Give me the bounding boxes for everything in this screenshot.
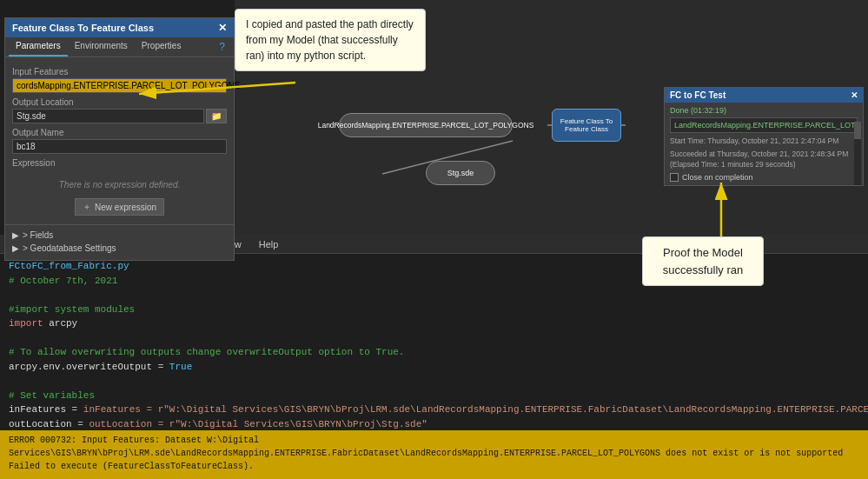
code-line-import-comment: #import system modules xyxy=(9,303,859,317)
panel-tabs: Parameters Environments Properties ? xyxy=(5,37,234,57)
out-location-value: outLocation = r"W:\Digital Services\GIS\… xyxy=(89,417,427,431)
overwrite-comment: # To allow overwriting outputs change ov… xyxy=(9,345,404,360)
import-comment: #import system modules xyxy=(9,303,135,317)
tab-environments[interactable]: Environments xyxy=(68,37,135,57)
vars-comment: # Set variables xyxy=(9,389,95,403)
output-name-label: Output Name xyxy=(12,128,227,137)
fc-test-title-bar: FC to FC Test ✕ xyxy=(665,88,863,103)
fc-node[interactable]: Feature Class To Feature Class xyxy=(552,109,621,142)
code-line-import: import arcpy xyxy=(9,316,859,331)
help-icon[interactable]: ? xyxy=(214,37,230,57)
fields-section[interactable]: ▶ > Fields xyxy=(12,229,227,242)
import-arcpy: arcpy xyxy=(49,316,77,331)
close-completion-checkbox[interactable] xyxy=(670,173,679,182)
right-annotation-balloon: Proof the Model successfully ran xyxy=(642,236,764,286)
new-expression-button[interactable]: ＋ New expression xyxy=(75,198,164,216)
date-comment: # October 7th, 2021 xyxy=(9,274,117,289)
error-bar: ERROR 000732: Input Features: Dataset W:… xyxy=(0,430,868,479)
tab-parameters[interactable]: Parameters xyxy=(9,37,68,57)
dialog-title: Feature Class To Feature Class xyxy=(12,23,154,33)
chevron-right-icon: ▶ xyxy=(12,230,19,240)
fc-scrollbar[interactable] xyxy=(854,122,861,185)
fc-test-title-text: FC to FC Test xyxy=(670,90,726,100)
output-name-field[interactable]: bc18 xyxy=(12,139,227,154)
output-location-field[interactable]: Stg.sde xyxy=(12,109,204,123)
top-annotation-balloon: I copied and pasted the path directly fr… xyxy=(235,9,426,71)
fc-test-close-icon[interactable]: ✕ xyxy=(851,90,858,100)
in-features-value: inFeatures = r"W:\Digital Services\GIS\B… xyxy=(83,402,868,417)
output-location-label: Output Location xyxy=(12,97,227,107)
panel-body: Input Features cordsMapping.ENTERPRISE.P… xyxy=(5,57,234,224)
error-line-2: Failed to execute (FeatureClassToFeature… xyxy=(9,460,859,473)
fc-start-time: Start Time: Thursday, October 21, 2021 2… xyxy=(670,136,858,147)
code-line-vars-comment: # Set variables xyxy=(9,389,859,403)
code-line-outlocation: outLocation = outLocation = r"W:\Digital… xyxy=(9,417,859,431)
menu-help[interactable]: Help xyxy=(256,238,282,250)
input-features-field[interactable]: cordsMapping.ENTERPRISE.PARCEL_LOT_POLYG… xyxy=(12,78,227,93)
code-line-infeatures: inFeatures = inFeatures = r"W:\Digital S… xyxy=(9,402,859,417)
fc-scrollbar-thumb[interactable] xyxy=(854,122,861,139)
code-line-blank xyxy=(9,288,859,303)
parcel-node[interactable]: LandRecordsMapping.ENTERPRISE.PARCEL_LOT… xyxy=(339,113,513,137)
feature-class-dialog: Feature Class To Feature Class ✕ Paramet… xyxy=(4,17,235,261)
expression-label: Expression xyxy=(12,158,227,168)
dialog-title-bar: Feature Class To Feature Class ✕ xyxy=(5,18,234,37)
close-completion-label: Close on completion xyxy=(682,173,753,182)
parcel-node-label: LandRecordsMapping.ENTERPRISE.PARCEL_LOT… xyxy=(318,121,534,130)
close-icon[interactable]: ✕ xyxy=(218,22,227,34)
expression-empty: There is no expression defined. xyxy=(12,175,227,195)
input-features-label: Input Features xyxy=(12,67,227,77)
fc-done-status: Done (01:32:19) xyxy=(670,106,858,115)
plus-icon: ＋ xyxy=(83,201,91,213)
code-line-overwrite: arcpy.env.overwriteOutput = True xyxy=(9,360,859,375)
fc-input-display: LandRecordsMapping.ENTERPRISE.PARCEL_LOT… xyxy=(670,117,858,133)
geodatabase-section[interactable]: ▶ > Geodatabase Settings xyxy=(12,242,227,255)
fc-node-label: Feature Class To Feature Class xyxy=(560,117,613,133)
fc-test-body: Done (01:32:19) LandRecordsMapping.ENTER… xyxy=(665,103,863,185)
chevron-right-icon-2: ▶ xyxy=(12,243,19,253)
code-line-overwrite-comment: # To allow overwriting outputs change ov… xyxy=(9,345,859,360)
stg-node-label: Stg.sde xyxy=(447,169,474,177)
fc-test-dialog: FC to FC Test ✕ Done (01:32:19) LandReco… xyxy=(664,87,864,186)
code-line-blank2 xyxy=(9,331,859,346)
output-location-row: Stg.sde 📁 xyxy=(12,109,227,123)
error-line-1: ERROR 000732: Input Features: Dataset W:… xyxy=(9,434,859,460)
filename-text: FCtoFC_from_Fabric.py xyxy=(9,259,129,274)
import-keyword: import xyxy=(9,316,49,331)
stg-node[interactable]: Stg.sde xyxy=(426,161,495,185)
panel-sections: ▶ > Fields ▶ > Geodatabase Settings xyxy=(5,224,234,258)
browse-button[interactable]: 📁 xyxy=(206,109,227,123)
code-line-blank3 xyxy=(9,374,859,389)
right-annotation-text: Proof the Model successfully ran xyxy=(663,246,743,276)
top-annotation-text: I copied and pasted the path directly fr… xyxy=(246,18,414,62)
close-on-completion-row[interactable]: Close on completion xyxy=(670,173,858,182)
fc-succeeded: Succeeded at Thursday, October 21, 2021 … xyxy=(670,150,858,170)
tab-properties[interactable]: Properties xyxy=(135,37,189,57)
